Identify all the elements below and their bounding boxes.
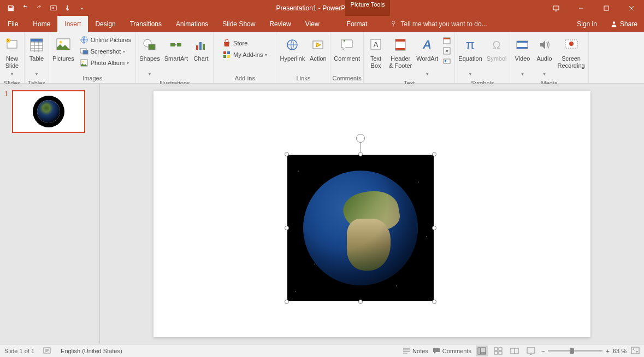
- tab-design[interactable]: Design: [88, 16, 122, 32]
- tab-animations[interactable]: Animations: [169, 16, 215, 32]
- svg-rect-39: [444, 59, 450, 63]
- resize-handle-top-left[interactable]: [285, 152, 289, 156]
- ribbon-display-options-button[interactable]: [543, 0, 569, 16]
- screen-recording-button[interactable]: Screen Recording: [555, 34, 587, 71]
- minimize-button[interactable]: [569, 0, 594, 16]
- date-time-button[interactable]: [440, 36, 453, 45]
- video-button[interactable]: Video▼: [511, 34, 533, 79]
- equation-button[interactable]: πEquation▼: [456, 34, 484, 79]
- screenshot-button[interactable]: Screenshot▾: [76, 46, 135, 57]
- close-button[interactable]: [619, 0, 644, 16]
- slide-edit-area[interactable]: [100, 84, 644, 344]
- qat-customize-button[interactable]: [75, 2, 88, 14]
- resize-handle-top-mid[interactable]: [358, 152, 363, 156]
- pictures-button[interactable]: Pictures: [50, 34, 76, 71]
- svg-point-4: [613, 21, 615, 24]
- slide-thumbnail[interactable]: [12, 90, 85, 133]
- status-bar: Slide 1 of 1 English (United States) Not…: [0, 344, 644, 357]
- action-label: Action: [310, 55, 327, 69]
- context-tab-picture-tools: Picture Tools: [345, 0, 390, 16]
- zoom-out-button[interactable]: −: [541, 348, 545, 354]
- new-slide-button[interactable]: New Slide▼: [1, 34, 23, 79]
- resize-handle-bot-mid[interactable]: [358, 300, 363, 304]
- redo-button[interactable]: [33, 2, 46, 14]
- slide-thumbnail-1[interactable]: 1: [4, 90, 95, 133]
- svg-rect-17: [149, 44, 155, 50]
- zoom-slider[interactable]: [548, 350, 602, 352]
- tab-transitions[interactable]: Transitions: [123, 16, 169, 32]
- share-label: Share: [620, 20, 637, 28]
- online-pictures-button[interactable]: Online Pictures: [76, 34, 135, 45]
- slide-counter[interactable]: Slide 1 of 1: [4, 348, 34, 354]
- resize-handle-top-right[interactable]: [432, 152, 436, 156]
- start-from-beginning-button[interactable]: [47, 2, 60, 14]
- maximize-button[interactable]: [594, 0, 619, 16]
- slide-sorter-view-button[interactable]: [492, 346, 504, 356]
- shapes-button[interactable]: Shapes▼: [137, 34, 162, 79]
- wordart-button[interactable]: AWordArt▼: [414, 34, 440, 79]
- photo-album-button[interactable]: Photo Album▾: [76, 57, 135, 68]
- tab-slideshow[interactable]: Slide Show: [215, 16, 262, 32]
- comments-button[interactable]: Comments: [433, 348, 471, 354]
- resize-handle-bot-right[interactable]: [432, 300, 436, 304]
- svg-rect-53: [499, 348, 502, 350]
- my-addins-button[interactable]: My Add-ins▾: [219, 49, 270, 60]
- group-symbols: πEquation▼ ΩSymbol Symbols: [455, 32, 510, 83]
- language-indicator[interactable]: English (United States): [61, 348, 122, 354]
- svg-rect-54: [494, 352, 498, 354]
- save-button[interactable]: [4, 2, 17, 14]
- svg-rect-52: [494, 348, 498, 350]
- slide-canvas[interactable]: [153, 91, 590, 337]
- group-links: Hyperlink Action Links: [276, 32, 330, 83]
- header-footer-button[interactable]: Header & Footer: [387, 34, 414, 71]
- object-button[interactable]: [440, 56, 453, 66]
- svg-rect-20: [196, 45, 198, 50]
- slide-number-button[interactable]: #: [440, 46, 453, 56]
- undo-button[interactable]: [19, 2, 32, 14]
- tell-me-search[interactable]: Tell me what you want to do...: [390, 16, 487, 32]
- normal-view-button[interactable]: [476, 346, 488, 356]
- svg-rect-58: [631, 347, 639, 354]
- touch-mode-button[interactable]: [61, 2, 74, 14]
- text-box-button[interactable]: AText Box: [365, 34, 387, 71]
- earth-icon: [37, 100, 60, 123]
- reading-view-button[interactable]: [509, 346, 521, 356]
- resize-handle-mid-left[interactable]: [285, 226, 289, 230]
- group-text: AText Box Header & Footer AWordArt▼ # Te…: [364, 32, 455, 83]
- comment-button[interactable]: Comment: [332, 34, 362, 71]
- svg-rect-55: [499, 352, 502, 354]
- chart-button[interactable]: Chart: [190, 34, 212, 71]
- svg-point-3: [392, 21, 394, 24]
- spell-check-icon[interactable]: [43, 347, 52, 355]
- sign-in-button[interactable]: Sign in: [570, 16, 604, 32]
- slideshow-view-button[interactable]: [525, 346, 537, 356]
- share-button[interactable]: Share: [604, 16, 644, 32]
- resize-handle-mid-right[interactable]: [432, 226, 436, 230]
- group-addins: Store My Add-ins▾ Add-ins: [214, 32, 276, 83]
- action-button[interactable]: Action: [307, 34, 329, 71]
- selected-picture[interactable]: [287, 155, 434, 301]
- table-button[interactable]: Table▼: [26, 34, 48, 79]
- slide-number: 1: [4, 90, 10, 133]
- tab-view[interactable]: View: [298, 16, 327, 32]
- rotation-handle[interactable]: [356, 134, 365, 143]
- hyperlink-button[interactable]: Hyperlink: [277, 34, 307, 71]
- tab-file[interactable]: File: [0, 16, 26, 32]
- screen-recording-label: Screen Recording: [557, 55, 584, 69]
- window-title: Presentation1 - PowerPoint: [88, 4, 543, 12]
- audio-button[interactable]: Audio▼: [533, 34, 555, 79]
- zoom-level[interactable]: 63 %: [613, 348, 627, 354]
- slide-thumbnail-panel[interactable]: 1: [0, 84, 100, 344]
- tab-insert[interactable]: Insert: [57, 16, 88, 32]
- notes-button[interactable]: Notes: [403, 348, 428, 354]
- symbol-button[interactable]: ΩSymbol: [485, 34, 509, 71]
- fit-to-window-button[interactable]: [631, 347, 640, 355]
- store-button[interactable]: Store: [219, 38, 270, 49]
- tab-home[interactable]: Home: [26, 16, 57, 32]
- svg-rect-45: [517, 47, 528, 49]
- smartart-button[interactable]: SmartArt: [162, 34, 190, 71]
- zoom-in-button[interactable]: +: [606, 348, 609, 354]
- tab-format[interactable]: Format: [340, 16, 375, 32]
- tab-review[interactable]: Review: [262, 16, 298, 32]
- resize-handle-bot-left[interactable]: [285, 300, 289, 304]
